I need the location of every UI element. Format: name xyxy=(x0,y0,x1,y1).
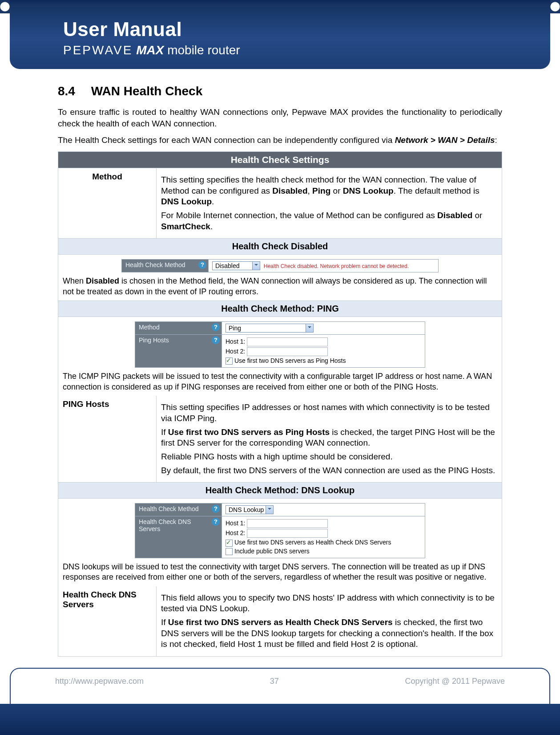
dns-note: DNS lookups will be issued to test the c… xyxy=(63,562,497,583)
ping-host1-input[interactable] xyxy=(247,337,328,346)
ping-note: The ICMP PING packets will be issued to … xyxy=(63,371,497,392)
intro-paragraph-1: To ensure traffic is routed to healthy W… xyxy=(58,106,502,129)
table-main-header: Health Check Settings xyxy=(58,151,502,168)
dns-public-checkbox[interactable] xyxy=(226,548,233,555)
health-check-settings-table: Health Check Settings Method This settin… xyxy=(58,151,502,657)
dns-host2-input[interactable] xyxy=(247,529,328,538)
chevron-down-icon xyxy=(266,506,273,514)
page-footer: http://www.pepwave.com 37 Copyright @ 20… xyxy=(10,668,550,704)
ping-method-label: Method ? xyxy=(135,322,222,335)
disabled-header: Health Check Disabled xyxy=(58,239,502,255)
ping-form: Method ? Ping Ping Hosts ? Hos xyxy=(135,321,425,368)
help-icon[interactable]: ? xyxy=(212,336,220,344)
ping-header: Health Check Method: PING xyxy=(58,301,502,317)
disabled-warning: Health Check disabled. Network problem c… xyxy=(264,263,409,269)
method-label: Method xyxy=(58,168,157,238)
footer-url: http://www.pepwave.com xyxy=(55,677,144,686)
product-tail: mobile router xyxy=(164,43,240,57)
ping-section: Method ? Ping Ping Hosts ? Hos xyxy=(58,317,502,396)
ping-hosts-body: Host 1: Host 2: Use first two DNS server… xyxy=(222,335,425,368)
brand-name: PEPWAVE xyxy=(63,43,133,57)
ping-hosts-row-label: PING Hosts xyxy=(58,396,157,483)
ping-host2-input[interactable] xyxy=(247,347,328,356)
doc-title: User Manual xyxy=(63,18,532,41)
dns-servers-description: This field allows you to specify two DNS… xyxy=(157,586,502,657)
dns-servers-row-label: Health Check DNS Servers xyxy=(58,586,157,657)
disabled-method-body: Disabled Health Check disabled. Network … xyxy=(209,260,439,272)
help-icon[interactable]: ? xyxy=(198,261,206,269)
section-number: 8.4 xyxy=(58,84,75,98)
chevron-down-icon xyxy=(252,262,260,270)
doc-subtitle: PEPWAVE MAX mobile router xyxy=(63,43,532,57)
dns-select[interactable]: DNS Lookup xyxy=(226,505,274,514)
intro-paragraph-2: The Health Check settings for each WAN c… xyxy=(58,134,502,146)
disabled-select[interactable]: Disabled xyxy=(212,261,260,270)
dns-servers-label: Health Check DNS Servers ? xyxy=(135,516,222,558)
footer-copyright: Copyright @ 2011 Pepwave xyxy=(405,677,505,686)
disabled-section: Health Check Method ? Disabled Health Ch… xyxy=(58,255,502,301)
section-heading: 8.4 WAN Health Check xyxy=(58,84,502,98)
bottom-band xyxy=(0,704,560,735)
ping-hosts-label: Ping Hosts ? xyxy=(135,335,222,368)
help-icon[interactable]: ? xyxy=(212,518,220,526)
product-name: MAX xyxy=(136,43,164,57)
ping-hosts-description: This setting specifies IP addresses or h… xyxy=(157,396,502,483)
disabled-note: When Disabled is chosen in the Method fi… xyxy=(63,276,497,297)
document-header: User Manual PEPWAVE MAX mobile router xyxy=(10,7,550,69)
help-icon[interactable]: ? xyxy=(212,505,220,513)
top-border xyxy=(0,0,560,7)
dns-header: Health Check Method: DNS Lookup xyxy=(58,483,502,499)
dns-section: Health Check Method ? DNS Lookup Health … xyxy=(58,499,502,586)
dns-first-two-checkbox[interactable] xyxy=(226,540,233,547)
dns-method-label: Health Check Method ? xyxy=(135,504,222,516)
ping-select[interactable]: Ping xyxy=(226,324,314,333)
ping-dns-checkbox[interactable] xyxy=(226,357,233,365)
dns-servers-body: Host 1: Host 2: Use first two DNS server… xyxy=(222,516,425,558)
page-content: 8.4 WAN Health Check To ensure traffic i… xyxy=(0,69,560,657)
nav-path: Network > WAN > Details xyxy=(395,135,495,145)
help-icon[interactable]: ? xyxy=(212,323,220,331)
dns-host1-input[interactable] xyxy=(247,519,328,528)
document-page: User Manual PEPWAVE MAX mobile router 8.… xyxy=(0,0,560,735)
section-title-text: WAN Health Check xyxy=(91,84,203,98)
dns-form: Health Check Method ? DNS Lookup Health … xyxy=(135,503,425,558)
page-number: 37 xyxy=(270,677,279,686)
disabled-method-label: Health Check Method ? xyxy=(122,260,209,272)
method-description: This setting specifies the health check … xyxy=(157,168,502,238)
disabled-form: Health Check Method ? Disabled Health Ch… xyxy=(121,259,439,272)
chevron-down-icon xyxy=(306,324,313,332)
